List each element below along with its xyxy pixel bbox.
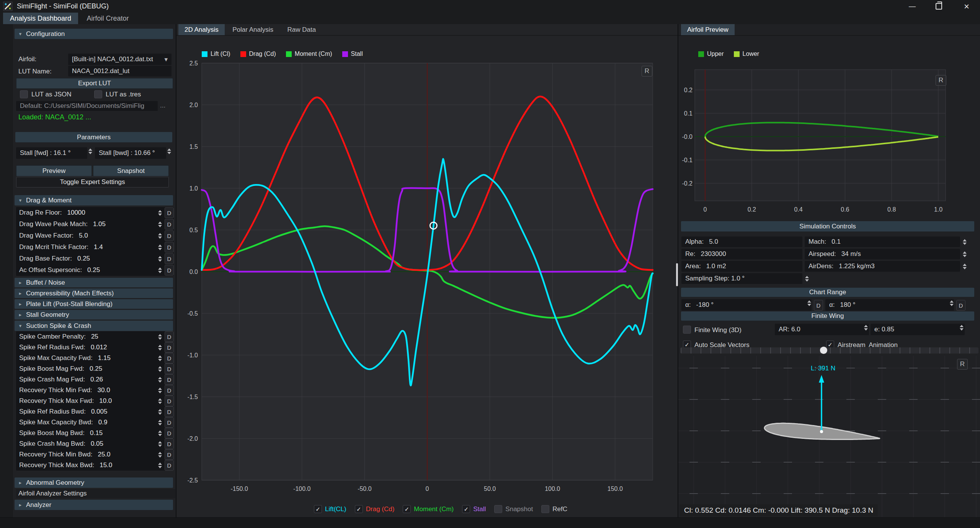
stall-bwd-field[interactable]: Stall [bwd] : 10.66 ° — [95, 147, 166, 159]
snapshot-button[interactable]: Snapshot — [93, 165, 169, 176]
default-button[interactable]: D — [165, 242, 174, 253]
value-spinner[interactable] — [157, 355, 163, 361]
export-path-field[interactable]: Default: C:/Users/SIMI/Documents/SimiFli… — [16, 101, 158, 111]
value-spinner[interactable] — [157, 210, 163, 216]
value-spinner[interactable] — [157, 233, 163, 239]
default-button[interactable]: D — [165, 331, 174, 342]
alpha-min-field[interactable]: α:-180 ° — [681, 299, 812, 311]
suction-spike-header[interactable]: ▾ Suction Spike & Crash — [15, 321, 173, 331]
tab-2d-analysis[interactable]: 2D Analysis — [178, 24, 225, 36]
value-spinner[interactable] — [157, 222, 163, 227]
default-button[interactable]: D — [165, 207, 174, 218]
stall-fwd-spinner[interactable] — [87, 148, 93, 154]
series-checkbox[interactable] — [494, 505, 502, 513]
sim-spinner[interactable] — [962, 264, 968, 269]
export-lut-button[interactable]: Export LUT — [16, 78, 173, 89]
collapsed-section-plate-lift-post-stall-blending-[interactable]: ▸Plate Lift (Post-Stall Blending) — [15, 299, 173, 309]
default-button[interactable]: D — [165, 438, 174, 449]
default-button[interactable]: D — [165, 396, 174, 406]
close-button[interactable]: × — [958, 0, 975, 13]
collapsed-section-stall-geometry[interactable]: ▸Stall Geometry — [15, 310, 173, 319]
stall-bwd-spinner[interactable] — [166, 148, 172, 154]
alpha-max-default-button[interactable]: D — [956, 300, 965, 311]
force-vector-view[interactable]: L: 391 N — [678, 356, 980, 517]
sim-spinner[interactable] — [962, 251, 968, 257]
value-spinner[interactable] — [157, 334, 163, 340]
lut-json-checkbox[interactable] — [20, 90, 28, 98]
default-button[interactable]: D — [165, 230, 174, 241]
value-spinner[interactable] — [157, 452, 163, 458]
lut-name-input[interactable]: NACA_0012.dat_lut — [68, 66, 172, 77]
value-spinner[interactable] — [157, 256, 163, 262]
default-button[interactable]: D — [165, 353, 174, 363]
series-checkbox[interactable] — [314, 505, 322, 513]
sampling-step-field[interactable]: Sampling Step: 1.0 ° — [681, 273, 802, 284]
airfoil-preview-header[interactable]: Airfoil Preview — [681, 24, 735, 36]
analyzer-header[interactable]: ▸ Analyzer — [15, 500, 173, 510]
default-button[interactable]: D — [165, 342, 174, 353]
default-button[interactable]: D — [165, 219, 174, 230]
stall-fwd-field[interactable]: Stall [fwd] : 16.1 ° — [16, 147, 87, 159]
aspect-ratio-field[interactable]: AR: 6.0 — [775, 324, 869, 335]
simulation-controls-header[interactable]: ▾ Simulation Controls — [681, 221, 974, 231]
aspect-ratio-spinner[interactable] — [863, 325, 869, 331]
sim-field[interactable]: Mach:0.1 — [805, 236, 960, 247]
sim-field[interactable]: Re:2303000 — [681, 249, 802, 259]
series-checkbox[interactable] — [355, 505, 363, 513]
configuration-header[interactable]: ▾ Configuration — [15, 29, 173, 39]
default-button[interactable]: D — [165, 265, 174, 275]
default-button[interactable]: D — [165, 406, 174, 417]
value-spinner[interactable] — [157, 409, 163, 415]
tab-airfoil-creator[interactable]: Airfoil Creator — [80, 13, 136, 24]
value-spinner[interactable] — [157, 388, 163, 393]
value-spinner[interactable] — [157, 441, 163, 447]
value-spinner[interactable] — [157, 463, 163, 468]
drag-moment-header[interactable]: ▾ Drag & Moment — [15, 195, 173, 205]
collapsed-section-compressibility-mach-effects-[interactable]: ▸Compressibility (Mach Effects) — [15, 288, 173, 298]
value-spinner[interactable] — [157, 267, 163, 273]
abnormal-geometry-header[interactable]: ▸ Abnormal Geometry — [15, 477, 173, 488]
value-spinner[interactable] — [157, 398, 163, 404]
default-button[interactable]: D — [165, 417, 174, 428]
series-checkbox[interactable] — [462, 505, 470, 513]
value-spinner[interactable] — [157, 420, 163, 425]
sim-spinner[interactable] — [962, 239, 968, 245]
sim-spinner[interactable] — [804, 276, 810, 282]
tab-polar-analysis[interactable]: Polar Analysis — [226, 24, 279, 36]
default-button[interactable]: D — [165, 374, 174, 385]
preview-button[interactable]: Preview — [16, 165, 92, 176]
value-spinner[interactable] — [157, 377, 163, 383]
slider-handle[interactable] — [820, 347, 827, 354]
tab-analysis-dashboard[interactable]: Analysis Dashboard — [3, 13, 78, 24]
alpha-min-default-button[interactable]: D — [814, 300, 823, 311]
tab-raw-data[interactable]: Raw Data — [281, 24, 322, 36]
airfoil-dropdown[interactable]: [Built-in] NACA_0012.dat.txt ▾ — [68, 54, 172, 65]
value-spinner[interactable] — [157, 430, 163, 436]
sim-field[interactable]: Area:1.0 m2 — [681, 261, 802, 272]
default-button[interactable]: D — [165, 363, 174, 374]
value-spinner[interactable] — [157, 366, 163, 372]
series-checkbox[interactable] — [541, 505, 549, 513]
collapsed-section-buffet-noise[interactable]: ▸Buffet / Noise — [15, 278, 173, 287]
sim-field[interactable]: AirDens:1.225 kg/m3 — [805, 261, 960, 272]
restore-button[interactable] — [930, 0, 947, 13]
force-view-reset-button[interactable]: R — [957, 359, 968, 370]
chart-reset-button[interactable]: R — [642, 66, 652, 77]
oswald-efficiency-field[interactable]: e: 0.85 — [871, 324, 965, 335]
minimize-button[interactable]: — — [903, 0, 921, 13]
alpha-max-field[interactable]: α:180 ° — [825, 299, 954, 311]
default-button[interactable]: D — [165, 460, 174, 471]
finite-wing-checkbox[interactable] — [683, 326, 691, 334]
alpha-max-spinner[interactable] — [949, 300, 955, 306]
browse-button[interactable]: ... — [160, 102, 165, 109]
preview-reset-button[interactable]: R — [936, 75, 946, 86]
title-bar[interactable]: SimiFlight - SimiFoil (DEBUG) — × — [0, 0, 980, 13]
toggle-expert-settings-button[interactable]: Toggle Expert Settings — [16, 177, 169, 187]
right-panel-scrollbar[interactable] — [676, 263, 678, 286]
default-button[interactable]: D — [165, 253, 174, 264]
animation-speed-slider[interactable] — [681, 347, 978, 354]
series-checkbox[interactable] — [403, 505, 411, 513]
value-spinner[interactable] — [157, 345, 163, 350]
sim-field[interactable]: Alpha:5.0 — [681, 236, 802, 247]
alpha-min-spinner[interactable] — [806, 300, 812, 306]
